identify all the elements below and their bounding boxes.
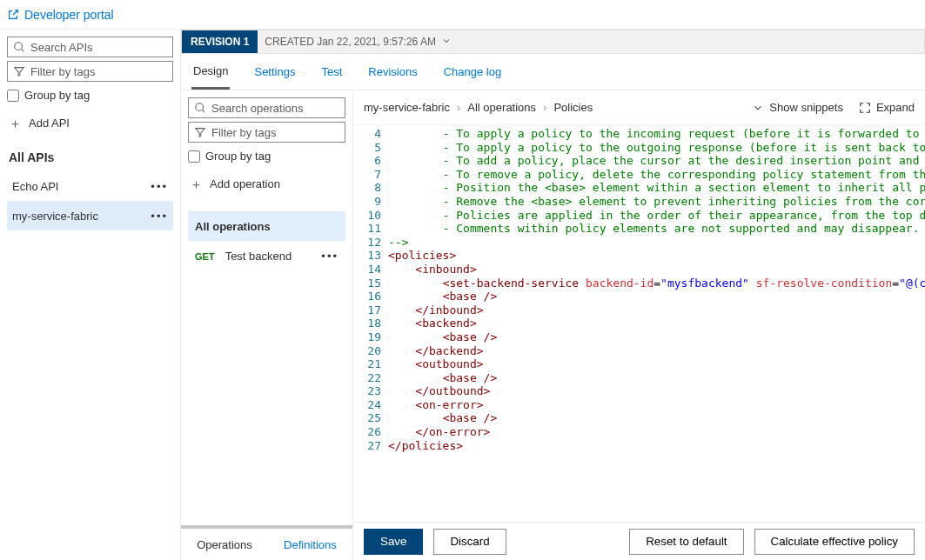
group-by-tag-checkbox[interactable]: Group by tag xyxy=(188,150,345,163)
tab-test[interactable]: Test xyxy=(319,54,344,90)
code-gutter: 4567891011121314151617181920212223242526… xyxy=(353,125,388,522)
revision-created[interactable]: CREATED Jan 22, 2021, 9:57:26 AM xyxy=(265,36,452,49)
api-tabs: DesignSettingsTestRevisionsChange log xyxy=(181,54,925,90)
api-item-label: Echo API xyxy=(12,180,58,193)
revision-badge: REVISION 1 xyxy=(182,30,258,53)
breadcrumb-item[interactable]: All operations xyxy=(467,101,536,114)
api-item[interactable]: Echo API••• xyxy=(7,171,173,201)
tab-design[interactable]: Design xyxy=(191,54,230,90)
show-snippets-button[interactable]: Show snippets xyxy=(752,101,843,114)
expand-button[interactable]: Expand xyxy=(859,101,915,114)
code-editor[interactable]: 4567891011121314151617181920212223242526… xyxy=(353,125,925,522)
search-apis-input[interactable]: Search APIs xyxy=(7,37,173,57)
tab-revisions[interactable]: Revisions xyxy=(366,54,419,90)
breadcrumb-sep: › xyxy=(543,101,546,114)
top-bar: Developer portal xyxy=(0,0,925,30)
more-icon[interactable]: ••• xyxy=(321,250,338,263)
search-icon xyxy=(194,102,206,114)
operation-label: All operations xyxy=(195,220,271,233)
editor-footer: Save Discard Reset to default Calculate … xyxy=(353,522,925,560)
developer-portal-link[interactable]: Developer portal xyxy=(7,8,114,22)
breadcrumb-sep: › xyxy=(457,101,460,114)
filter-icon xyxy=(13,65,25,77)
policy-editor: my-service-fabric›All operations›Policie… xyxy=(353,90,925,560)
api-item-label: my-service-fabric xyxy=(12,210,98,223)
discard-button[interactable]: Discard xyxy=(433,529,506,555)
group-by-tag-checkbox[interactable]: Group by tag xyxy=(7,89,173,102)
filter-tags-input[interactable]: Filter by tags xyxy=(7,61,173,82)
external-link-icon xyxy=(7,9,19,21)
operation-item[interactable]: GETTest backend••• xyxy=(188,241,345,270)
reset-to-default-button[interactable]: Reset to default xyxy=(629,529,743,555)
expand-icon xyxy=(859,102,871,114)
revision-bar: REVISION 1 CREATED Jan 22, 2021, 9:57:26… xyxy=(181,30,925,54)
filter-tags-input[interactable]: Filter by tags xyxy=(188,122,345,143)
svg-point-1 xyxy=(196,103,204,111)
plus-icon: ＋ xyxy=(190,177,203,190)
search-operations-input[interactable]: Search operations xyxy=(188,97,345,118)
operations-pane: Search operations Filter by tags Group b… xyxy=(181,90,353,560)
filter-icon xyxy=(194,126,206,138)
plus-icon: ＋ xyxy=(9,116,22,130)
ops-bottom-tabs: Operations Definitions xyxy=(181,525,352,560)
tab-settings[interactable]: Settings xyxy=(252,54,297,90)
chevron-down-icon xyxy=(752,102,764,114)
http-method: GET xyxy=(195,251,215,262)
more-icon[interactable]: ••• xyxy=(151,180,168,193)
breadcrumb-item[interactable]: my-service-fabric xyxy=(364,101,450,114)
chevron-down-icon xyxy=(441,36,452,49)
calculate-effective-policy-button[interactable]: Calculate effective policy xyxy=(754,529,915,555)
more-icon[interactable]: ••• xyxy=(151,210,168,223)
tab-definitions[interactable]: Definitions xyxy=(284,538,337,551)
breadcrumb-item: Policies xyxy=(553,101,593,114)
tab-change-log[interactable]: Change log xyxy=(442,54,504,90)
developer-portal-label: Developer portal xyxy=(24,8,114,22)
svg-point-0 xyxy=(15,43,23,50)
operation-label: Test backend xyxy=(225,250,292,263)
add-operation-button[interactable]: ＋ Add operation xyxy=(188,171,345,196)
all-operations-item[interactable]: All operations xyxy=(188,211,345,241)
all-apis-heading: All APIs xyxy=(9,150,171,164)
tab-operations[interactable]: Operations xyxy=(197,538,252,551)
api-item[interactable]: my-service-fabric••• xyxy=(7,201,173,230)
code-content[interactable]: - To apply a policy to the incoming requ… xyxy=(388,125,925,522)
add-api-button[interactable]: ＋ Add API xyxy=(7,110,173,135)
save-button[interactable]: Save xyxy=(364,529,423,555)
breadcrumb: my-service-fabric›All operations›Policie… xyxy=(364,101,593,114)
search-icon xyxy=(13,41,25,53)
api-sidebar: Search APIs Filter by tags Group by tag … xyxy=(0,30,181,560)
